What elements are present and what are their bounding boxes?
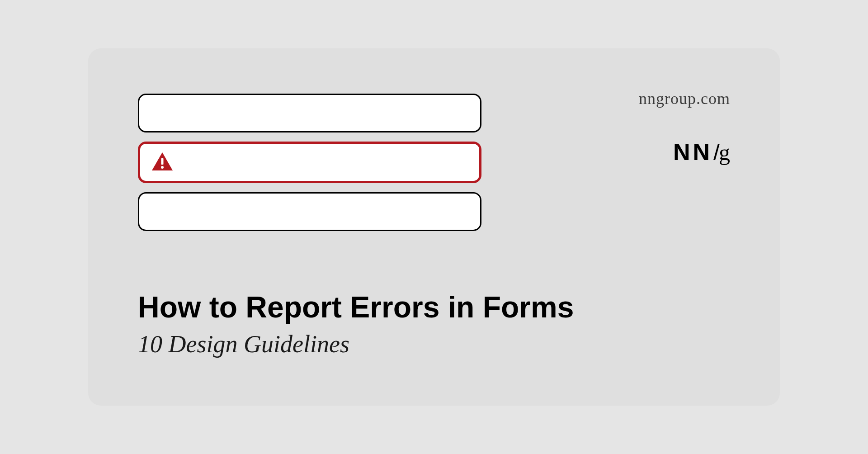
brand-logo-g: g <box>719 139 730 166</box>
brand-logo-nn: NN <box>673 138 712 166</box>
article-title: How to Report Errors in Forms <box>138 291 574 324</box>
article-subtitle: 10 Design Guidelines <box>138 330 574 358</box>
branding-block: nngroup.com NN / g <box>626 89 730 166</box>
brand-logo: NN / g <box>673 138 730 166</box>
form-field-normal <box>138 94 481 132</box>
text-block: How to Report Errors in Forms 10 Design … <box>138 291 574 358</box>
brand-divider <box>626 121 730 121</box>
form-field-error <box>138 142 481 183</box>
svg-rect-0 <box>161 158 164 165</box>
brand-url: nngroup.com <box>639 89 730 108</box>
form-field-normal <box>138 192 481 231</box>
svg-point-1 <box>161 166 164 169</box>
content-card: nngroup.com NN / g How to Report Errors … <box>88 48 780 406</box>
warning-icon <box>151 151 174 173</box>
form-illustration <box>138 94 481 231</box>
